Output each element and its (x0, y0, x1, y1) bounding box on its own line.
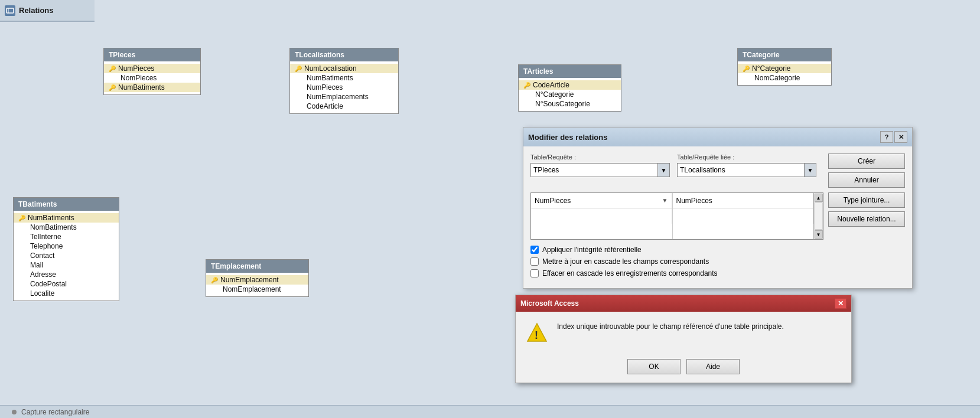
row-nomcategorie: NomCategorie (738, 73, 831, 83)
label-table-liee: Table/Requête liée : (677, 154, 816, 161)
status-dot (12, 410, 17, 414)
row-nomemplacement: NomEmplacement (206, 285, 308, 294)
pk-icon: 🔑 (743, 66, 750, 72)
field-dropdown-icon: ▼ (662, 197, 668, 204)
row-numlocalisation: 🔑 NumLocalisation (290, 64, 398, 73)
field-right-row3[interactable] (673, 224, 814, 239)
alert-footer: OK Aide (516, 354, 851, 383)
status-text: Capture rectangulaire (21, 408, 89, 416)
field-scrollbar[interactable]: ▲ ▼ (813, 193, 823, 239)
row-codepostal: CodePostal (14, 279, 119, 289)
row-numbatiments: 🔑 NumBatiments (14, 213, 119, 223)
alert-titlebar: Microsoft Access ✕ (516, 295, 851, 312)
relations-icon (5, 5, 15, 16)
select-table-liee[interactable]: TLocalisations ▼ (677, 163, 816, 177)
title-bar: Relations (0, 0, 95, 22)
table-tlocalisations: TLocalisations 🔑 NumLocalisation NumBati… (289, 48, 399, 114)
table-tpieces-row-nompieces: NomPieces (104, 73, 200, 83)
scrollbar-track (815, 203, 823, 230)
select-table-value: TPieces (531, 165, 657, 175)
scrollbar-down[interactable]: ▼ (815, 230, 823, 239)
checkbox-integrite-row: Appliquer l'intégrité référentielle (530, 246, 905, 254)
canvas: TPieces 🔑 NumPieces NomPieces 🔑 NumBatim… (0, 22, 980, 418)
row-mail: Mail (14, 260, 119, 270)
label-effacer-cascade: Effacer en cascade les enregistrements c… (542, 269, 718, 277)
pk-icon: 🔑 (295, 66, 302, 72)
btn-nouvelle-relation[interactable]: Nouvelle relation... (828, 211, 905, 227)
dialog-close-button[interactable]: ✕ (894, 131, 907, 143)
dialog-alert-access: Microsoft Access ✕ ! Index unique introu… (515, 295, 852, 383)
title-text: Relations (19, 6, 54, 15)
row-ncategorie: 🔑 N°Categorie (738, 64, 831, 73)
field-left-value: NumPieces (535, 197, 571, 205)
scrollbar-up[interactable]: ▲ (815, 194, 823, 202)
row-adresse: Adresse (14, 270, 119, 279)
field-right-value: NumPieces (676, 197, 712, 205)
table-tpieces-row-numbatiments: 🔑 NumBatiments (104, 83, 200, 92)
table-tpieces-header: TPieces (104, 48, 200, 61)
status-bar: Capture rectangulaire (0, 405, 980, 418)
alert-close-button[interactable]: ✕ (835, 298, 846, 309)
btn-creer[interactable]: Créer (828, 154, 905, 169)
row-nombatiments: NomBatiments (14, 223, 119, 232)
btn-ok[interactable]: OK (627, 359, 681, 374)
checkbox-effacer-row: Effacer en cascade les enregistrements c… (530, 269, 905, 277)
dialog-modifier-titlebar: Modifier des relations ? ✕ (523, 128, 912, 146)
table-templacement-header: TEmplacement (206, 260, 308, 273)
row-numbatiments: NumBatiments (290, 73, 398, 83)
dialog-modifier-title: Modifier des relations (528, 133, 607, 142)
select-table-liee-value: TLocalisations (678, 165, 804, 175)
table-tlocalisations-header: TLocalisations (290, 48, 398, 61)
table-tarticles-header: TArticles (519, 65, 621, 78)
select-table-liee-arrow[interactable]: ▼ (804, 164, 816, 177)
label-maj-cascade: Mettre à jour en cascade les champs corr… (542, 257, 709, 266)
table-tbatiments: TBatiments 🔑 NumBatiments NomBatiments T… (13, 197, 119, 301)
row-codearticle: 🔑 CodeArticle (519, 80, 621, 90)
checkbox-integrite[interactable] (530, 246, 539, 254)
svg-rect-18 (6, 8, 14, 13)
svg-text:!: ! (535, 329, 538, 341)
table-tpieces: TPieces 🔑 NumPieces NomPieces 🔑 NumBatim… (103, 48, 201, 95)
select-table-arrow[interactable]: ▼ (657, 164, 669, 177)
pk-icon: 🔑 (211, 277, 218, 283)
btn-annuler[interactable]: Annuler (828, 172, 905, 188)
label-integrite: Appliquer l'intégrité référentielle (542, 246, 642, 254)
pk-icon: 🔑 (523, 82, 530, 89)
field-right-row1[interactable]: NumPieces (673, 193, 814, 208)
table-tpieces-row-numpieces: 🔑 NumPieces (104, 64, 200, 73)
table-tcategorie: TCategorie 🔑 N°Categorie NomCategorie (737, 48, 832, 86)
row-telinterne: TelInterne (14, 232, 119, 241)
row-nsouscategorie: N°SousCategorie (519, 99, 621, 109)
checkbox-maj-row: Mettre à jour en cascade les champs corr… (530, 257, 905, 266)
checkbox-effacer-cascade[interactable] (530, 269, 539, 277)
pk-icon: 🔑 (18, 215, 25, 221)
row-codearticle: CodeArticle (290, 102, 398, 111)
field-right-row2[interactable] (673, 208, 814, 224)
table-templacement: TEmplacement 🔑 NumEmplacement NomEmplace… (206, 259, 309, 297)
label-table: Table/Requête : (530, 154, 670, 161)
table-tcategorie-header: TCategorie (738, 48, 831, 61)
alert-message: Index unique introuvable pour le champ r… (557, 321, 784, 332)
btn-aide[interactable]: Aide (686, 359, 740, 374)
table-tbatiments-header: TBatiments (14, 198, 119, 211)
checkbox-maj-cascade[interactable] (530, 257, 539, 266)
row-numemplacement: 🔑 NumEmplacement (206, 275, 308, 285)
row-contact: Contact (14, 251, 119, 260)
pk-icon: 🔑 (109, 84, 116, 91)
row-numpieces: NumPieces (290, 83, 398, 92)
field-left-row3[interactable] (531, 224, 672, 239)
dialog-help-button[interactable]: ? (880, 131, 893, 143)
field-left-row2[interactable] (531, 208, 672, 224)
btn-type-jointure[interactable]: Type jointure... (828, 192, 905, 208)
row-localite: Localite (14, 289, 119, 298)
table-tarticles: TArticles 🔑 CodeArticle N°Categorie N°So… (518, 64, 621, 112)
alert-title: Microsoft Access (520, 299, 579, 308)
select-table[interactable]: TPieces ▼ (530, 163, 670, 177)
dialog-modifier-relations: Modifier des relations ? ✕ Table/Requête… (523, 127, 913, 289)
field-left-row1[interactable]: NumPieces ▼ (531, 193, 672, 208)
row-ncategorie: N°Categorie (519, 90, 621, 99)
row-telephone: Telephone (14, 241, 119, 251)
warning-icon: ! (525, 321, 549, 345)
row-numemplacements: NumEmplacements (290, 92, 398, 102)
pk-icon: 🔑 (109, 66, 116, 72)
